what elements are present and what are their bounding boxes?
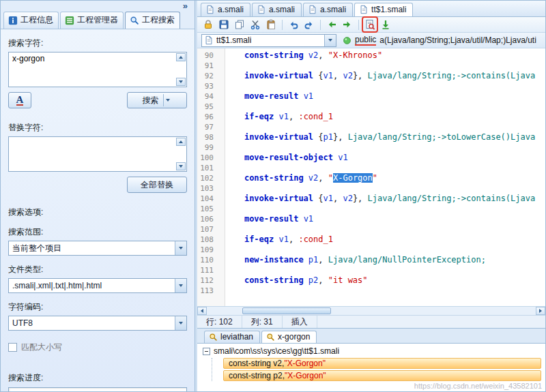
search-in-file-icon[interactable] <box>363 18 377 31</box>
document-tab-2[interactable]: a.smali <box>252 3 302 16</box>
line-number: 104 <box>197 194 219 204</box>
separator <box>282 20 283 30</box>
file-type-label: 文件类型: <box>8 264 187 275</box>
search-icon <box>208 332 218 342</box>
replace-all-button[interactable]: 全部替换 <box>127 177 187 193</box>
scroll-up-button[interactable] <box>176 138 186 146</box>
result-item[interactable]: const-string p2, "X-Gorgon" <box>223 370 541 381</box>
file-type-combo[interactable]: .smali|.xml|.txt|.htm|.html <box>8 278 187 293</box>
sidebar-tab-project-info[interactable]: 工程信息 <box>3 12 59 29</box>
search-progress-bar <box>8 387 187 391</box>
code-line: 97 <box>197 122 545 132</box>
encoding-combo[interactable]: UTF8 <box>8 316 187 331</box>
encoding-value: UTF8 <box>12 318 175 328</box>
match-case-label: 匹配大小写 <box>21 342 62 353</box>
result-list: const-string v2, "X-Gorgon"const-string … <box>212 358 545 381</box>
result-match: "X-Gorgon" <box>284 359 326 368</box>
goto-icon[interactable] <box>379 18 392 31</box>
redo-icon[interactable] <box>302 18 316 31</box>
scroll-down-button[interactable] <box>176 78 186 86</box>
document-tab-1[interactable]: a.smali <box>201 3 250 16</box>
code-line: 113 <box>197 286 545 296</box>
document-tab-4[interactable]: tt$1.smali <box>354 3 413 16</box>
back-icon[interactable] <box>325 18 339 31</box>
scrollbar-track[interactable] <box>207 307 536 315</box>
combo-dropdown-button[interactable] <box>175 241 186 255</box>
line-number: 113 <box>197 286 219 296</box>
editor-area: a.smalia.smalia.smalitt$1.smali tt$1.sma… <box>197 1 545 391</box>
sidebar-tab-project-manager[interactable]: 工程管理器 <box>60 12 124 29</box>
code-line: 105 <box>197 204 545 214</box>
code-editor[interactable]: 90 const-string v2, "X-Khronos"9192 invo… <box>197 48 545 306</box>
line-number: 106 <box>197 214 219 224</box>
results-tab-1[interactable]: leviathan <box>204 331 260 343</box>
dropdown-arrow-icon <box>328 39 332 42</box>
copy-icon[interactable] <box>233 18 246 31</box>
scroll-left-button[interactable] <box>197 307 207 315</box>
search-scope-combo[interactable]: 当前整个项目 <box>8 241 187 256</box>
file-combo-value: tt$1.smali <box>216 35 321 45</box>
search-icon <box>130 16 139 25</box>
editor-navigation-row: tt$1.smali public a(Ljava/lang/String;Lj… <box>197 33 545 48</box>
results-tab-label: x-gorgon <box>278 332 310 342</box>
replace-text-input[interactable] <box>9 137 186 171</box>
search-dropdown-button[interactable] <box>163 94 172 106</box>
method-icon <box>342 35 351 45</box>
line-number: 96 <box>197 112 219 122</box>
sidebar-tab-project-search[interactable]: 工程搜索 <box>125 12 180 29</box>
smali-file-icon <box>204 35 214 45</box>
search-text-box: x-gorgon <box>8 52 187 87</box>
scroll-right-button[interactable] <box>536 307 545 315</box>
code-line: 108 if-eqz v1, :cond_1 <box>197 235 545 245</box>
code-line: 111 <box>197 265 545 275</box>
collapse-panel-button[interactable]: » <box>183 1 188 10</box>
line-number: 112 <box>197 275 219 286</box>
line-number: 99 <box>197 142 219 153</box>
up-arrow-icon <box>179 140 183 143</box>
lock-icon[interactable] <box>201 18 215 31</box>
search-button-label: 搜索 <box>143 95 159 106</box>
font-button[interactable]: A <box>8 92 31 108</box>
search-progress-label: 搜索进度: <box>8 372 187 384</box>
combo-dropdown-button[interactable] <box>324 35 336 46</box>
scrollbar-thumb[interactable] <box>242 307 331 314</box>
result-root-row[interactable]: smali\com\ss\sys\ces\gg\tt$1.smali <box>203 346 545 357</box>
code-line: 107 <box>197 224 545 235</box>
combo-dropdown-button[interactable] <box>175 279 186 292</box>
replace-text-box <box>8 136 187 172</box>
sidebar-tab-label: 工程信息 <box>20 14 53 26</box>
match-case-checkbox[interactable] <box>8 343 17 352</box>
watermark: https://blog.csdn.net/weixin_43582101 <box>414 382 542 390</box>
undo-icon[interactable] <box>287 18 300 31</box>
horizontal-scrollbar[interactable] <box>197 306 545 315</box>
document-tab-label: tt$1.smali <box>371 5 406 14</box>
status-mode: 插入 <box>283 316 317 328</box>
status-column: 列: 31 <box>242 316 283 328</box>
result-match: "X-Gorgon" <box>285 371 326 380</box>
method-selector[interactable]: public a(Ljava/lang/String;Ljava/util/Ma… <box>342 35 541 46</box>
collapse-node-button[interactable] <box>203 348 210 355</box>
document-tab-3[interactable]: a.smali <box>303 3 353 16</box>
cut-icon[interactable] <box>248 18 262 31</box>
search-actions: A 搜索 <box>8 92 187 108</box>
code-line: 90 const-string v2, "X-Khronos" <box>197 50 545 61</box>
results-tab-2[interactable]: x-gorgon <box>261 331 317 343</box>
forward-icon[interactable] <box>341 18 354 31</box>
file-type-value: .smali|.xml|.txt|.htm|.html <box>12 281 175 290</box>
search-text-input[interactable]: x-gorgon <box>9 52 186 87</box>
result-text: const-string v2, <box>229 359 284 368</box>
code-line: 101 <box>197 163 545 173</box>
code-line: 91 <box>197 61 545 71</box>
search-button[interactable]: 搜索 <box>127 92 187 108</box>
scroll-up-button[interactable] <box>176 53 186 61</box>
code-line: 104 invoke-virtual {v1, v2}, Ljava/lang/… <box>197 194 545 204</box>
save-icon[interactable] <box>217 18 231 31</box>
result-item[interactable]: const-string v2, "X-Gorgon" <box>223 358 541 369</box>
paste-icon[interactable] <box>264 18 278 31</box>
combo-dropdown-button[interactable] <box>175 316 186 330</box>
file-selector-combo[interactable]: tt$1.smali <box>201 34 336 47</box>
document-tab-label: a.smali <box>320 5 346 14</box>
result-text: const-string p2, <box>229 371 285 380</box>
right-arrow-icon <box>539 309 542 313</box>
scroll-down-button[interactable] <box>176 162 186 170</box>
